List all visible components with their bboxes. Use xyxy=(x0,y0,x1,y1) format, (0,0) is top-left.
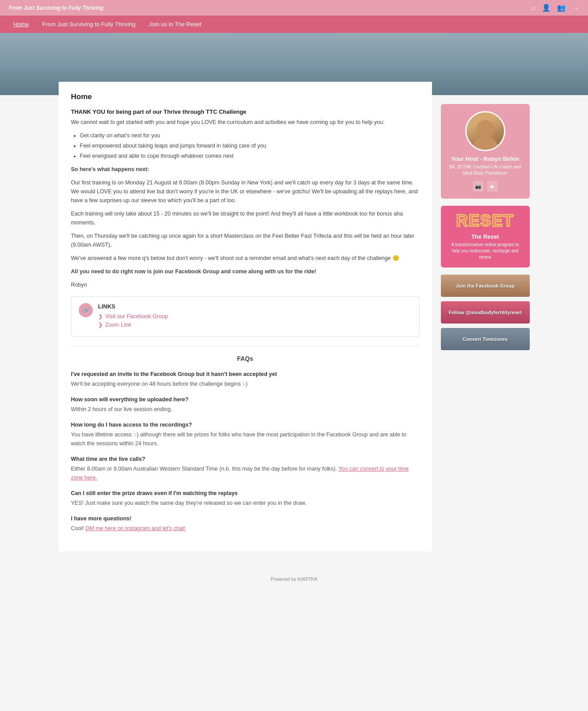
body-p4: We've answered a few more q's below but … xyxy=(71,254,420,263)
zoom-link[interactable]: ❯ Zoom LInk xyxy=(98,322,412,328)
links-icon: 🔗 xyxy=(79,303,93,317)
nav-home[interactable]: Home xyxy=(13,21,29,28)
subheading1: So here's what happens next: xyxy=(71,165,420,174)
header-icons: ⌕ 👤 👥 → xyxy=(531,4,579,12)
bullet-2: Feel empowered about taking leaps and ju… xyxy=(80,141,420,150)
faq4-answer: Either 8.00am or 9.00am Australian Weste… xyxy=(71,464,420,482)
follow-instagram-button[interactable]: Follow @mindbodyfertilityreset xyxy=(441,301,530,324)
chevron-icon: ❯ xyxy=(98,313,103,320)
nav-surviving[interactable]: From Just Surviving to Fully Thriving xyxy=(42,21,136,28)
join-facebook-button[interactable]: Join the Facebook Group xyxy=(441,275,530,297)
main-layout: Home THANK YOU for being part of our Thr… xyxy=(50,95,539,569)
host-card: Your Host - Robyn Birkin BA, BCOM. Certi… xyxy=(441,104,530,199)
faq1-question: I've requested an invite to the Facebook… xyxy=(71,371,420,377)
faq3-question: How long do I have access to the recordi… xyxy=(71,422,420,428)
site-nav: Home From Just Surviving to Fully Thrivi… xyxy=(0,16,588,33)
site-header: From Just Surviving to Fully Thriving ⌕ … xyxy=(0,0,588,16)
faq-item-4: What time are the live calls? Either 8.0… xyxy=(71,456,420,482)
user-icon[interactable]: 👤 xyxy=(542,4,551,12)
faq6-answer: Cool! DM me here on Instagram and let's … xyxy=(71,524,420,533)
bullet-1: Get clarity on what's next for you xyxy=(80,131,420,140)
reset-desc: A transformative online program to help … xyxy=(448,242,523,260)
instagram-dm-link[interactable]: DM me here on Instagram and let's chat! xyxy=(85,525,185,531)
footer-text: Powered by KARTRA xyxy=(271,576,318,582)
tagline: From Just Surviving to Fully Thriving xyxy=(9,5,104,11)
faq-item-1: I've requested an invite to the Facebook… xyxy=(71,371,420,388)
sign-off: Robyn xyxy=(71,280,420,289)
facebook-group-link[interactable]: ❯ Visit our Facebook Group xyxy=(98,313,412,320)
links-content: LINKS ❯ Visit our Facebook Group ❯ Zoom … xyxy=(98,303,412,330)
faq2-question: How soon will everything be uploaded her… xyxy=(71,396,420,403)
users-icon[interactable]: 👥 xyxy=(557,4,566,12)
bold-cta: All you need to do right now is join our… xyxy=(71,267,420,276)
intro-bullets: Get clarity on what's next for you Feel … xyxy=(80,131,420,160)
body-p2: Each training will only take about 15 - … xyxy=(71,209,420,227)
body-p1: Our first training is on Monday 21 Augus… xyxy=(71,178,420,205)
logout-icon[interactable]: → xyxy=(572,4,579,12)
tagline-bold: Fully Thriving xyxy=(68,5,104,11)
tagline-prefix: From Just Surviving to xyxy=(9,5,68,11)
faq-item-2: How soon will everything be uploaded her… xyxy=(71,396,420,414)
host-name: Your Host - Robyn Birkin xyxy=(448,156,523,162)
faqs-heading: FAQs xyxy=(71,355,420,362)
links-box: 🔗 LINKS ❯ Visit our Facebook Group ❯ Zoo… xyxy=(71,296,420,337)
site-footer: Powered by KARTRA xyxy=(0,569,588,589)
reset-card: RESET The Reset A transformative online … xyxy=(441,206,530,268)
intro-heading: THANK YOU for being part of our Thrive t… xyxy=(71,108,420,115)
faq-section: FAQs I've requested an invite to the Fac… xyxy=(71,355,420,533)
page-title: Home xyxy=(71,92,420,101)
search-icon[interactable]: ⌕ xyxy=(531,4,536,12)
faq1-answer: We'll be accepting everyone on 48 hours … xyxy=(71,379,420,388)
reset-title: The Reset xyxy=(448,233,523,240)
faq-item-5: Can I still enter the prize draws even i… xyxy=(71,490,420,507)
faq-item-3: How long do I have access to the recordi… xyxy=(71,422,420,448)
convert-timezones-button[interactable]: Convert Timezones xyxy=(441,328,530,350)
host-social: 📷 ▶ xyxy=(448,181,523,192)
intro-p1: We cannot wait to get started with you a… xyxy=(71,118,420,127)
host-avatar xyxy=(465,111,505,151)
bullet-3: Feel energised and able to cope through … xyxy=(80,152,420,160)
instagram-social-icon[interactable]: 📷 xyxy=(473,181,484,192)
chevron-icon-2: ❯ xyxy=(98,322,103,328)
faq4-question: What time are the live calls? xyxy=(71,456,420,462)
content-area: Home THANK YOU for being part of our Thr… xyxy=(59,82,432,551)
faq-item-6: I have more questions! Cool! DM me here … xyxy=(71,515,420,533)
reset-logo: RESET xyxy=(448,213,523,229)
faq2-answer: Within 2 hours of our live session endin… xyxy=(71,405,420,414)
nav-reset[interactable]: Join us in The Reset xyxy=(149,21,201,28)
links-title: LINKS xyxy=(98,303,412,310)
host-title: BA, BCOM. Certified Life Coach and Mind … xyxy=(448,164,523,176)
faq5-answer: YES! Just make sure you watch the same d… xyxy=(71,499,420,507)
faq5-question: Can I still enter the prize draws even i… xyxy=(71,490,420,496)
sidebar: Your Host - Robyn Birkin BA, BCOM. Certi… xyxy=(441,95,530,355)
divider xyxy=(71,346,420,346)
faq6-question: I have more questions! xyxy=(71,515,420,522)
youtube-social-icon[interactable]: ▶ xyxy=(487,181,498,192)
faq3-answer: You have lifetime access :-) although th… xyxy=(71,430,420,448)
body-p3: Then, on Thursday we'll be catching up o… xyxy=(71,232,420,249)
